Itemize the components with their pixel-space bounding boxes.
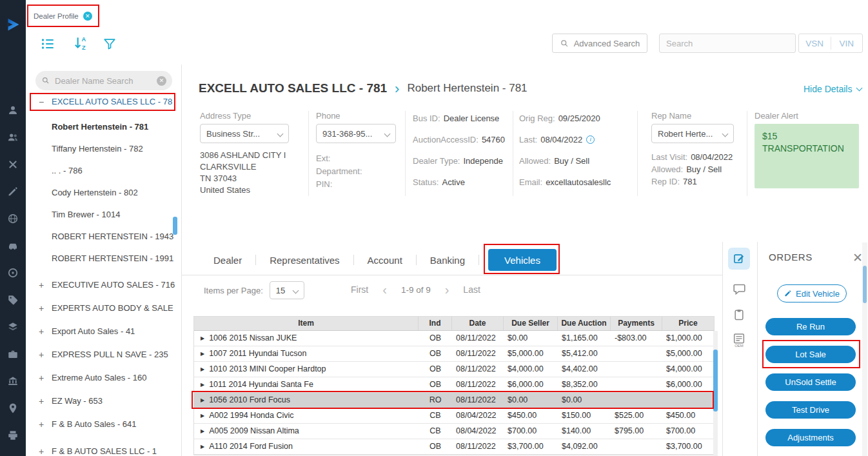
header-ind[interactable]: Ind xyxy=(419,317,452,330)
sidebar-item-dealer[interactable]: +EXPRESS PULL N SAVE - 235 xyxy=(26,346,181,364)
sidebar-item-rep[interactable]: ROBERT HERTENSTEIN - 1943 xyxy=(26,228,181,246)
dealer-name-search-input[interactable] xyxy=(55,76,152,86)
map-pin-icon[interactable] xyxy=(0,397,26,420)
pencil-icon[interactable] xyxy=(0,180,26,203)
tab-banking[interactable]: Banking xyxy=(417,255,478,266)
header-item[interactable]: Item xyxy=(194,317,419,330)
vsn-button[interactable]: VSN xyxy=(799,34,831,52)
expand-icon[interactable]: + xyxy=(36,415,46,433)
oem-document-icon[interactable]: OEM xyxy=(725,330,753,351)
previous-page-icon[interactable]: ‹ xyxy=(382,283,387,296)
rep-name-dropdown[interactable]: Robert Herte... xyxy=(651,124,734,143)
sidebar-item-rep[interactable]: Cody Hertenstein - 802 xyxy=(26,184,181,202)
row-expand-icon[interactable]: ▶ xyxy=(201,424,204,439)
table-scrollbar-thumb[interactable] xyxy=(713,350,718,411)
sidebar-item-dealer[interactable]: +EXECUTIVE AUTO SALES - 716 xyxy=(26,276,181,294)
table-row[interactable]: ▶1006 2015 Nissan JUKE OB 08/11/2022 $0.… xyxy=(194,331,714,346)
header-payments[interactable]: Payments xyxy=(611,317,662,330)
table-row[interactable]: ▶A005 2009 Nissan Altima CB 08/04/2022 $… xyxy=(194,424,714,439)
app-logo[interactable] xyxy=(0,12,26,37)
first-page-button[interactable]: First xyxy=(351,284,368,295)
row-expand-icon[interactable]: ▶ xyxy=(201,331,204,346)
row-expand-icon[interactable]: ▶ xyxy=(201,393,204,408)
table-row[interactable]: ▶1007 2011 Hyundai Tucson OB 08/11/2022 … xyxy=(194,346,714,362)
users-icon[interactable] xyxy=(0,126,26,149)
briefcase-icon[interactable] xyxy=(0,342,26,366)
header-due-auction[interactable]: Due Auction xyxy=(558,317,611,330)
tab-representatives[interactable]: Representatives xyxy=(256,255,353,266)
sidebar-item-dealer[interactable]: +EZ Way - 653 xyxy=(26,392,181,410)
layers-icon[interactable] xyxy=(0,315,26,339)
tab-dealer-profile[interactable]: Dealer Profile ✕ xyxy=(34,8,92,24)
bank-icon[interactable] xyxy=(0,370,26,393)
sidebar-item-rep[interactable]: Tiffany Hertenstein - 782 xyxy=(26,140,181,158)
phone-dropdown[interactable]: 931-368-95... xyxy=(316,124,396,143)
header-price[interactable]: Price xyxy=(662,317,714,330)
lot-sale-button[interactable]: Lot Sale xyxy=(765,346,856,363)
address-type-dropdown[interactable]: Business Str... xyxy=(200,124,289,143)
sidebar-item-dealer[interactable]: +F & B AUTO SALES LLC - 1 xyxy=(26,442,181,456)
tab-dealer[interactable]: Dealer xyxy=(200,255,255,266)
table-row[interactable]: ▶1010 2013 MINI Cooper Hardtop OB 08/11/… xyxy=(194,362,714,377)
table-row[interactable]: ▶A110 2014 Ford Fusion OB 08/11/2022 $3,… xyxy=(194,439,714,455)
expand-icon[interactable]: + xyxy=(36,392,46,410)
expand-icon[interactable]: + xyxy=(36,322,46,341)
clipboard-icon[interactable] xyxy=(725,304,753,325)
last-page-button[interactable]: Last xyxy=(463,284,480,295)
header-date[interactable]: Date xyxy=(452,317,504,330)
table-row[interactable]: ▶A002 1994 Honda Civic CB 08/04/2022 $45… xyxy=(194,408,714,424)
filter-icon[interactable] xyxy=(103,37,117,54)
info-icon[interactable]: i xyxy=(586,135,595,144)
header-due-seller[interactable]: Due Seller xyxy=(504,317,558,330)
table-row[interactable]: ▶1011 2014 Hyundai Santa Fe OB 08/11/202… xyxy=(194,377,714,393)
sidebar-scrollbar-thumb[interactable] xyxy=(173,217,177,235)
test-drive-button[interactable]: Test Drive xyxy=(765,401,856,419)
sidebar-item-dealer[interactable]: +EXPERTS AUTO BODY & SALE xyxy=(26,299,181,317)
edit-mode-icon[interactable] xyxy=(728,248,750,270)
tab-account[interactable]: Account xyxy=(354,255,416,266)
collapse-icon[interactable]: − xyxy=(36,93,46,111)
breadcrumb-representative[interactable]: Robert Hertenstein - 781 xyxy=(407,82,527,95)
row-expand-icon[interactable]: ▶ xyxy=(201,439,204,454)
clear-search-icon[interactable]: ✕ xyxy=(157,76,166,86)
edit-vehicle-button[interactable]: Edit Vehicle xyxy=(777,284,847,302)
row-expand-icon[interactable]: ▶ xyxy=(201,377,204,392)
adjustments-button[interactable]: Adjustments xyxy=(765,429,856,446)
row-expand-icon[interactable]: ▶ xyxy=(201,346,204,361)
orders-scrollbar-thumb[interactable] xyxy=(863,266,867,303)
items-per-page-dropdown[interactable]: 15 xyxy=(270,281,304,299)
global-search-input[interactable] xyxy=(659,34,796,53)
user-icon[interactable] xyxy=(0,99,26,122)
expand-icon[interactable]: + xyxy=(36,276,46,294)
tab-close-icon[interactable]: ✕ xyxy=(83,12,92,21)
orders-close-icon[interactable]: ✕ xyxy=(853,250,863,265)
sidebar-item-rep[interactable]: Robert Hertenstein - 781 xyxy=(26,118,181,136)
sidebar-item-dealer[interactable]: +Export Auto Sales - 41 xyxy=(26,322,181,341)
sidebar-item-dealer[interactable]: +F & B Auto Sales - 641 xyxy=(26,415,181,433)
sort-az-icon[interactable]: AZ xyxy=(72,35,89,54)
expand-icon[interactable]: + xyxy=(36,346,46,364)
expand-icon[interactable]: + xyxy=(36,369,46,387)
sidebar-item-rep[interactable]: ROBERT HERTENSTEIN - 1991 xyxy=(26,250,181,268)
row-expand-icon[interactable]: ▶ xyxy=(201,408,204,423)
breadcrumb-dealer[interactable]: EXCELL AUTO SALES LLC - 781 xyxy=(199,81,387,95)
list-view-icon[interactable] xyxy=(40,36,55,54)
unsold-settle-button[interactable]: UnSold Settle xyxy=(765,373,856,391)
expand-icon[interactable]: + xyxy=(36,442,46,456)
row-expand-icon[interactable]: ▶ xyxy=(201,362,204,377)
sidebar-item-dealer[interactable]: +Extreme Auto Sales - 160 xyxy=(26,369,181,387)
advanced-search-button[interactable]: Advanced Search xyxy=(552,34,647,53)
globe-icon[interactable] xyxy=(0,207,26,230)
table-row-selected[interactable]: ▶1056 2010 Ford Focus RO 08/11/2022 $0.0… xyxy=(194,393,714,408)
comment-icon[interactable] xyxy=(725,279,753,299)
tab-vehicles[interactable]: Vehicles xyxy=(488,249,557,271)
sidebar-item-rep[interactable]: Tim Brewer - 1014 xyxy=(26,206,181,224)
disc-icon[interactable] xyxy=(0,261,26,284)
car-icon[interactable] xyxy=(0,234,26,257)
sidebar-item-dealer[interactable]: −EXCELL AUTO SALES LLC - 78 xyxy=(26,93,181,111)
expand-icon[interactable]: + xyxy=(36,299,46,317)
printer-icon[interactable] xyxy=(0,424,26,447)
hide-details-toggle[interactable]: Hide Details xyxy=(804,84,862,94)
re-run-button[interactable]: Re Run xyxy=(765,318,856,335)
sidebar-item-rep[interactable]: .. . - 786 xyxy=(26,162,181,180)
